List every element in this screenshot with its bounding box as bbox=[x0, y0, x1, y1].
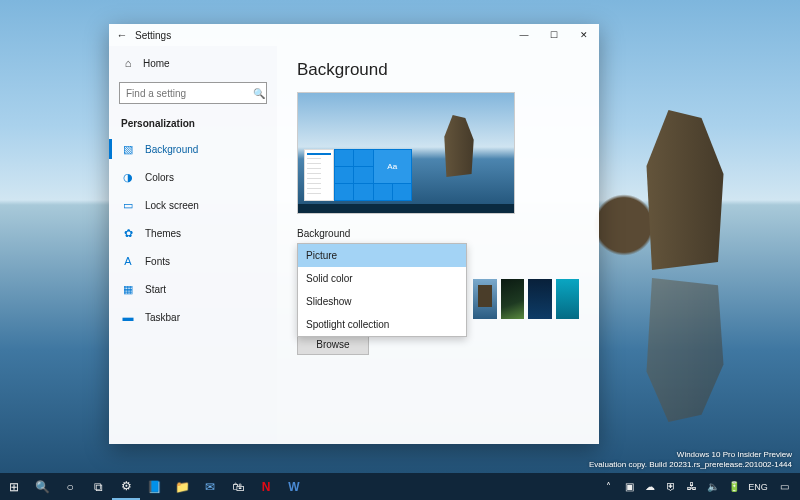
recent-image-2[interactable] bbox=[501, 279, 525, 319]
maximize-button[interactable]: ☐ bbox=[539, 24, 569, 46]
sidebar-item-label: Lock screen bbox=[145, 200, 199, 211]
sidebar-item-taskbar[interactable]: ▬ Taskbar bbox=[109, 303, 277, 331]
colors-icon: ◑ bbox=[121, 170, 135, 184]
taskbar-pin-settings[interactable]: ⚙ bbox=[112, 473, 140, 500]
sidebar-item-start[interactable]: ▦ Start bbox=[109, 275, 277, 303]
wallpaper-rock bbox=[630, 110, 740, 270]
window-title: Settings bbox=[135, 30, 509, 41]
recent-image-1[interactable] bbox=[473, 279, 497, 319]
sidebar-item-label: Background bbox=[145, 144, 198, 155]
preview-window bbox=[304, 149, 334, 201]
dropdown-option-solidcolor[interactable]: Solid color bbox=[298, 267, 466, 290]
sidebar-item-label: Start bbox=[145, 284, 166, 295]
sidebar-item-lockscreen[interactable]: ▭ Lock screen bbox=[109, 191, 277, 219]
taskbar-pin-store[interactable]: 🛍 bbox=[224, 473, 252, 500]
lockscreen-icon: ▭ bbox=[121, 198, 135, 212]
tray-meetnow-icon[interactable]: ▣ bbox=[619, 473, 639, 500]
taskbar-pin-netflix[interactable]: N bbox=[252, 473, 280, 500]
taskbar: ⊞ 🔍 ○ ⧉ ⚙ 📘 📁 ✉ 🛍 N W ˄ ▣ ☁ ⛨ 🖧 🔈 🔋 ENG … bbox=[0, 473, 800, 500]
sidebar-item-label: Fonts bbox=[145, 256, 170, 267]
start-icon: ▦ bbox=[121, 282, 135, 296]
taskbar-pin-mail[interactable]: ✉ bbox=[196, 473, 224, 500]
close-button[interactable]: ✕ bbox=[569, 24, 599, 46]
taskbar-search-button[interactable]: 🔍 bbox=[28, 473, 56, 500]
background-icon: ▧ bbox=[121, 142, 135, 156]
sidebar-item-label: Taskbar bbox=[145, 312, 180, 323]
wallpaper-rock-reflection bbox=[630, 278, 740, 422]
home-icon: ⌂ bbox=[121, 56, 135, 70]
sidebar-group-label: Personalization bbox=[109, 114, 277, 135]
recent-image-3[interactable] bbox=[528, 279, 552, 319]
taskbar-pin-word[interactable]: W bbox=[280, 473, 308, 500]
background-dropdown-open[interactable]: Picture Solid color Slideshow Spotlight … bbox=[297, 243, 467, 337]
tray-network-icon[interactable]: 🖧 bbox=[682, 473, 702, 500]
tray-notifications-icon[interactable]: ▭ bbox=[772, 473, 796, 500]
system-tray: ˄ ▣ ☁ ⛨ 🖧 🔈 🔋 ENG ▭ bbox=[598, 473, 800, 500]
sidebar-item-label: Themes bbox=[145, 228, 181, 239]
sidebar: ⌂ Home 🔍 Personalization ▧ Background ◑ … bbox=[109, 46, 277, 444]
taskbar-icon: ▬ bbox=[121, 310, 135, 324]
sidebar-item-label: Colors bbox=[145, 172, 174, 183]
tray-defender-icon[interactable]: ⛨ bbox=[661, 473, 681, 500]
search-icon: 🔍 bbox=[253, 88, 265, 99]
preview-sample-text: Aa bbox=[374, 150, 412, 183]
tray-battery-icon[interactable]: 🔋 bbox=[724, 473, 744, 500]
search-input[interactable] bbox=[126, 88, 253, 99]
preview-taskbar bbox=[298, 204, 514, 213]
taskbar-pin-edge[interactable]: 📘 bbox=[140, 473, 168, 500]
cortana-button[interactable]: ○ bbox=[56, 473, 84, 500]
watermark-line2: Evaluation copy. Build 20231.rs_prerelea… bbox=[589, 460, 792, 470]
minimize-button[interactable]: — bbox=[509, 24, 539, 46]
tray-overflow-chevron[interactable]: ˄ bbox=[598, 473, 618, 500]
start-button[interactable]: ⊞ bbox=[0, 473, 28, 500]
desktop-preview: Aa bbox=[297, 92, 515, 214]
dropdown-option-spotlight[interactable]: Spotlight collection bbox=[298, 313, 466, 336]
titlebar[interactable]: ← Settings — ☐ ✕ bbox=[109, 24, 599, 46]
recent-image-4[interactable] bbox=[556, 279, 580, 319]
search-box[interactable]: 🔍 bbox=[119, 82, 267, 104]
page-heading: Background bbox=[297, 60, 579, 80]
home-label: Home bbox=[143, 58, 170, 69]
back-button[interactable]: ← bbox=[109, 29, 135, 41]
tray-onedrive-icon[interactable]: ☁ bbox=[640, 473, 660, 500]
home-nav[interactable]: ⌂ Home bbox=[109, 50, 277, 76]
dropdown-option-picture[interactable]: Picture bbox=[298, 244, 466, 267]
themes-icon: ✿ bbox=[121, 226, 135, 240]
desktop-watermark: Windows 10 Pro Insider Preview Evaluatio… bbox=[589, 450, 792, 470]
dropdown-option-slideshow[interactable]: Slideshow bbox=[298, 290, 466, 313]
fonts-icon: A bbox=[121, 254, 135, 268]
window-body: ⌂ Home 🔍 Personalization ▧ Background ◑ … bbox=[109, 46, 599, 444]
sidebar-item-themes[interactable]: ✿ Themes bbox=[109, 219, 277, 247]
taskbar-pin-explorer[interactable]: 📁 bbox=[168, 473, 196, 500]
watermark-line1: Windows 10 Pro Insider Preview bbox=[589, 450, 792, 460]
sidebar-item-fonts[interactable]: A Fonts bbox=[109, 247, 277, 275]
background-dropdown-label: Background bbox=[297, 228, 579, 239]
taskview-button[interactable]: ⧉ bbox=[84, 473, 112, 500]
tray-language[interactable]: ENG bbox=[745, 473, 771, 500]
settings-window: ← Settings — ☐ ✕ ⌂ Home 🔍 Personalizatio… bbox=[109, 24, 599, 444]
preview-start-tiles: Aa bbox=[334, 149, 412, 201]
main-panel: Background Aa Background Picture Solid c… bbox=[277, 46, 599, 444]
sidebar-item-background[interactable]: ▧ Background bbox=[109, 135, 277, 163]
recent-images-row bbox=[473, 279, 579, 319]
tray-volume-icon[interactable]: 🔈 bbox=[703, 473, 723, 500]
sidebar-item-colors[interactable]: ◑ Colors bbox=[109, 163, 277, 191]
